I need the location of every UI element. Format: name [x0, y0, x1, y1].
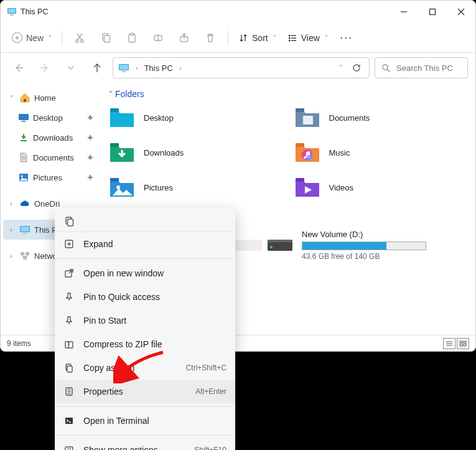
expand-icon — [63, 238, 75, 250]
menu-label: Show more options — [83, 445, 185, 450]
chevron-down-icon: ˅ — [49, 34, 52, 41]
svg-rect-47 — [296, 143, 304, 147]
music-folder-icon — [294, 141, 320, 164]
maximize-button[interactable] — [418, 2, 447, 22]
rename-button[interactable] — [146, 26, 170, 50]
sidebar-label: Netwo — [34, 251, 57, 261]
chevron-right-icon: › — [7, 227, 16, 233]
window-title: This PC — [21, 7, 390, 16]
context-menu-copy-path[interactable]: Copy as path Ctrl+Shift+C — [55, 356, 235, 380]
context-menu-show-more[interactable]: Show more options Shift+F10 — [55, 438, 235, 450]
svg-rect-2 — [10, 14, 14, 16]
sidebar-label: Downloads — [33, 133, 73, 143]
drive-new-volume-d[interactable]: New Volume (D:) 43.6 GB free of 140 GB — [267, 230, 467, 261]
recent-dropdown[interactable] — [60, 57, 82, 78]
context-menu-open-new-window[interactable]: Open in new window — [55, 261, 235, 285]
context-menu-pin-start[interactable]: Pin to Start — [55, 309, 235, 332]
sidebar-item-downloads[interactable]: Downloads — [3, 128, 98, 148]
folder-videos[interactable]: Videos — [294, 174, 467, 201]
svg-rect-61 — [464, 344, 466, 346]
more-options-icon — [63, 444, 75, 450]
sidebar-label: This P — [34, 225, 57, 235]
search-input[interactable] — [395, 63, 476, 73]
sort-button[interactable]: Sort ˅ — [233, 30, 281, 45]
breadcrumb-location[interactable]: This PC — [144, 63, 173, 73]
sidebar-item-documents[interactable]: Documents — [3, 148, 98, 167]
context-menu-properties[interactable]: Properties Alt+Enter — [55, 380, 235, 403]
context-menu-expand[interactable]: Expand — [55, 232, 235, 256]
drive-name: New Volume (D:) — [302, 230, 467, 239]
svg-rect-4 — [430, 9, 436, 15]
view-label: View — [301, 33, 320, 43]
search-box[interactable] — [375, 57, 468, 78]
plus-circle-icon: + — [12, 32, 22, 43]
svg-rect-18 — [289, 35, 291, 37]
pictures-folder-icon — [109, 176, 135, 199]
close-button[interactable] — [447, 2, 475, 22]
drive-free-text: 43.6 GB free of 140 GB — [302, 252, 467, 261]
folders-section-header[interactable]: ˅ Folders — [109, 89, 467, 99]
chevron-right-icon: › — [179, 64, 182, 72]
up-button[interactable] — [86, 57, 108, 78]
copy-button[interactable] — [93, 26, 118, 50]
breadcrumb[interactable]: › This PC › ˅ — [113, 57, 370, 78]
cloud-icon — [19, 198, 30, 209]
svg-rect-58 — [460, 341, 462, 343]
svg-rect-20 — [289, 40, 291, 42]
share-button[interactable] — [172, 26, 197, 50]
pictures-icon — [18, 172, 29, 183]
menu-label: Pin to Start — [83, 316, 226, 326]
chevron-down-icon: ˅ — [109, 90, 113, 98]
breadcrumb-dropdown[interactable]: ˅ — [337, 64, 345, 72]
svg-rect-51 — [296, 178, 304, 182]
chevron-down-icon: ˅ — [273, 34, 276, 41]
delete-button[interactable] — [198, 26, 223, 50]
folder-label: Videos — [329, 183, 354, 192]
svg-rect-19 — [289, 37, 291, 39]
more-button[interactable]: ··· — [334, 31, 359, 44]
context-menu-pin-quick[interactable]: Pin to Quick access — [55, 285, 235, 309]
sidebar-item-pictures[interactable]: Pictures — [3, 167, 98, 187]
view-toggle — [443, 338, 469, 349]
folder-music[interactable]: Music — [294, 139, 467, 166]
folder-desktop[interactable]: Desktop — [109, 104, 282, 131]
tiles-view-button[interactable] — [457, 338, 469, 349]
folder-documents[interactable]: Documents — [294, 104, 467, 131]
thispc-icon — [118, 63, 129, 72]
pin-icon — [86, 114, 94, 121]
item-count: 9 items — [7, 339, 31, 348]
new-button[interactable]: + New ˅ — [7, 30, 57, 45]
back-button[interactable] — [8, 57, 29, 78]
copy-icon[interactable] — [63, 216, 75, 227]
documents-icon — [18, 152, 29, 163]
svg-rect-49 — [110, 178, 119, 182]
details-view-button[interactable] — [443, 338, 455, 349]
svg-rect-46 — [110, 143, 119, 147]
context-menu-compress-zip[interactable]: Compress to ZIP file — [55, 332, 235, 356]
folder-pictures[interactable]: Pictures — [109, 174, 282, 201]
menu-separator — [55, 406, 235, 406]
pin-icon — [86, 154, 94, 161]
context-menu: Expand Open in new window Pin to Quick a… — [55, 207, 235, 450]
view-button[interactable]: View ˅ — [282, 30, 333, 45]
menu-shortcut: Ctrl+Shift+C — [186, 363, 226, 372]
folder-downloads[interactable]: Downloads — [109, 139, 282, 166]
forward-button[interactable] — [34, 57, 55, 78]
folders-header-label: Folders — [115, 89, 144, 99]
svg-rect-45 — [303, 116, 313, 124]
svg-rect-30 — [19, 114, 29, 120]
svg-line-9 — [78, 34, 82, 40]
sidebar-item-home[interactable]: ˅ Home — [3, 88, 98, 108]
cut-button[interactable] — [67, 26, 92, 50]
paste-button[interactable] — [119, 26, 144, 50]
folder-label: Documents — [329, 113, 370, 123]
svg-point-54 — [270, 246, 273, 248]
context-menu-open-terminal[interactable]: Open in Terminal — [55, 409, 235, 433]
sidebar-item-desktop[interactable]: Desktop — [3, 108, 98, 128]
svg-rect-53 — [268, 240, 292, 242]
refresh-button[interactable] — [349, 63, 364, 73]
nav-row: › This PC › ˅ — [1, 53, 475, 83]
thispc-title-icon — [7, 7, 17, 17]
search-icon — [381, 63, 390, 72]
minimize-button[interactable] — [390, 2, 418, 22]
